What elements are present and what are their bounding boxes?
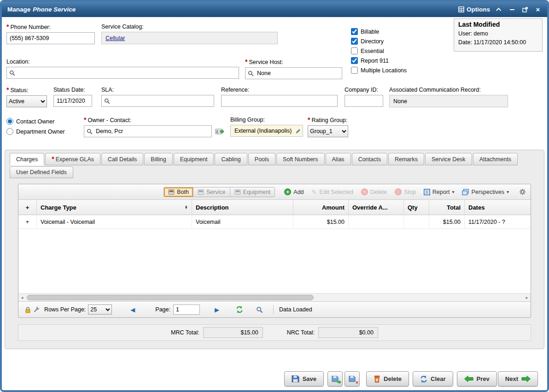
tab-remarks[interactable]: Remarks xyxy=(388,153,424,165)
save-and-new-button[interactable] xyxy=(327,371,343,386)
open-contact-button[interactable] xyxy=(215,128,224,135)
horizontal-scrollbar[interactable]: ◄ ► xyxy=(18,293,531,301)
clear-button[interactable]: Clear xyxy=(413,371,453,386)
owner-contact-lookup[interactable] xyxy=(84,125,212,137)
popout-button[interactable] xyxy=(521,6,529,13)
service-host-lookup[interactable] xyxy=(245,67,342,79)
tab-expense-glas[interactable]: Expense GLAs xyxy=(45,153,100,165)
col-header-total[interactable]: Total xyxy=(429,200,465,215)
flag-essential[interactable]: Essential xyxy=(351,47,407,54)
expand-all-header[interactable]: + xyxy=(18,200,37,215)
save-button[interactable]: Save xyxy=(284,371,324,386)
tab-attachments[interactable]: Attachments xyxy=(473,153,518,165)
perspectives-button[interactable]: Perspectives ▾ xyxy=(460,187,511,197)
sla-lookup[interactable] xyxy=(101,95,214,107)
scroll-right-arrow[interactable]: ► xyxy=(523,296,531,300)
next-page-button[interactable]: ▶ xyxy=(215,306,219,313)
minimize-button[interactable] xyxy=(508,6,516,13)
phone-number-input[interactable] xyxy=(6,32,95,44)
edit-pencil-icon[interactable] xyxy=(296,129,301,134)
col-header-description[interactable]: Description xyxy=(192,200,293,215)
essential-checkbox[interactable] xyxy=(351,47,358,54)
both-icon xyxy=(168,189,175,195)
location-lookup[interactable] xyxy=(6,67,239,79)
flag-billable[interactable]: Billable xyxy=(351,28,407,35)
stop-charge-button[interactable]: Stop xyxy=(392,187,418,197)
contact-owner-radio[interactable] xyxy=(6,118,13,125)
sla-input[interactable] xyxy=(112,97,211,105)
grid-settings-button[interactable] xyxy=(519,188,526,195)
next-button[interactable]: Next xyxy=(498,371,538,386)
tab-contacts[interactable]: Contacts xyxy=(352,153,387,165)
popout-icon xyxy=(522,7,528,12)
tab-soft-numbers[interactable]: Soft Numbers xyxy=(276,153,324,165)
tab-billing[interactable]: Billing xyxy=(144,153,172,165)
status-select[interactable]: Active xyxy=(6,95,47,107)
tab-alias[interactable]: Alias xyxy=(326,153,351,165)
toggle-service[interactable]: Service xyxy=(193,187,230,197)
status-date-input[interactable] xyxy=(53,95,92,107)
resize-grip[interactable] xyxy=(541,384,547,390)
cell-dates: 11/17/2020 - ? xyxy=(465,215,531,228)
save-and-close-button[interactable]: × xyxy=(345,371,360,386)
row-expand-toggle[interactable]: + xyxy=(18,215,37,228)
rating-group-select[interactable]: Group_1 xyxy=(308,125,348,137)
col-header-charge-type[interactable]: Charge Type ▲▼ xyxy=(37,200,192,215)
status-date-label: Status Date: xyxy=(53,87,92,93)
edit-selected-button[interactable]: ✎ Edit Selected xyxy=(310,187,356,197)
service-catalog-link[interactable]: Cellular xyxy=(105,35,125,41)
tab-user-defined-fields[interactable]: User Defined Fields xyxy=(10,166,73,178)
tab-charges[interactable]: Charges xyxy=(10,153,44,165)
tab-equipment[interactable]: Equipment xyxy=(174,153,214,165)
flag-report-911[interactable]: Report 911 xyxy=(351,57,407,64)
prev-page-button[interactable]: ◀ xyxy=(130,306,135,313)
col-header-dates[interactable]: Dates xyxy=(465,200,531,215)
flag-multiple-locations[interactable]: Multiple Locations xyxy=(351,67,407,74)
page-number-input[interactable] xyxy=(173,304,200,315)
delete-charge-button[interactable]: – Delete xyxy=(359,187,389,197)
report-button[interactable]: Report ▾ xyxy=(421,187,457,197)
billable-checkbox[interactable] xyxy=(351,28,358,35)
prev-button[interactable]: Prev xyxy=(457,371,497,386)
tab-cabling[interactable]: Cabling xyxy=(215,153,247,165)
reference-input[interactable] xyxy=(221,95,338,107)
department-owner-radio[interactable] xyxy=(6,128,13,135)
search-icon xyxy=(9,70,15,76)
multiple-locations-checkbox[interactable] xyxy=(351,67,358,74)
billing-group-value-box[interactable]: External (Indianapolis) xyxy=(230,125,303,137)
department-owner-radio-row[interactable]: Department Owner xyxy=(6,128,65,135)
toggle-equipment[interactable]: Equipment xyxy=(230,187,275,197)
grid-search-button[interactable] xyxy=(256,306,263,313)
add-button[interactable]: + Add xyxy=(282,187,306,197)
scrollbar-thumb[interactable] xyxy=(27,295,314,300)
company-id-input[interactable] xyxy=(345,95,383,107)
flag-directory[interactable]: Directory xyxy=(351,38,407,45)
table-row[interactable]: + Voicemail - Voicemail Voicemail $15.00… xyxy=(18,215,531,229)
owner-contact-input[interactable] xyxy=(95,128,209,135)
contact-owner-radio-row[interactable]: Contact Owner xyxy=(6,118,65,125)
lock-button[interactable] xyxy=(25,306,31,313)
col-header-qty[interactable]: Qty xyxy=(404,200,429,215)
directory-checkbox[interactable] xyxy=(351,38,358,45)
scroll-left-arrow[interactable]: ◄ xyxy=(18,296,26,300)
tab-pools[interactable]: Pools xyxy=(248,153,275,165)
refresh-button[interactable] xyxy=(236,306,243,313)
rows-per-page-select[interactable]: 25 xyxy=(88,304,112,315)
options-button[interactable]: Options xyxy=(458,6,490,13)
delete-button[interactable]: Delete xyxy=(366,371,409,386)
col-header-override[interactable]: Override A... xyxy=(349,200,404,215)
location-input[interactable] xyxy=(18,69,236,76)
required-marker xyxy=(6,23,9,30)
report-911-checkbox[interactable] xyxy=(351,57,358,64)
tab-call-details[interactable]: Call Details xyxy=(101,153,143,165)
tab-label: Call Details xyxy=(108,156,137,163)
col-header-amount[interactable]: Amount xyxy=(293,200,349,215)
service-host-field: Service Host: xyxy=(245,59,342,79)
grid-status-text: Data Loaded xyxy=(279,306,312,313)
toggle-both[interactable]: Both xyxy=(164,187,193,197)
service-host-input[interactable] xyxy=(256,70,339,77)
tab-service-desk[interactable]: Service Desk xyxy=(425,153,472,165)
collapse-button[interactable] xyxy=(496,6,503,13)
close-button[interactable]: × xyxy=(534,6,542,13)
grid-tools-button[interactable] xyxy=(33,306,40,313)
